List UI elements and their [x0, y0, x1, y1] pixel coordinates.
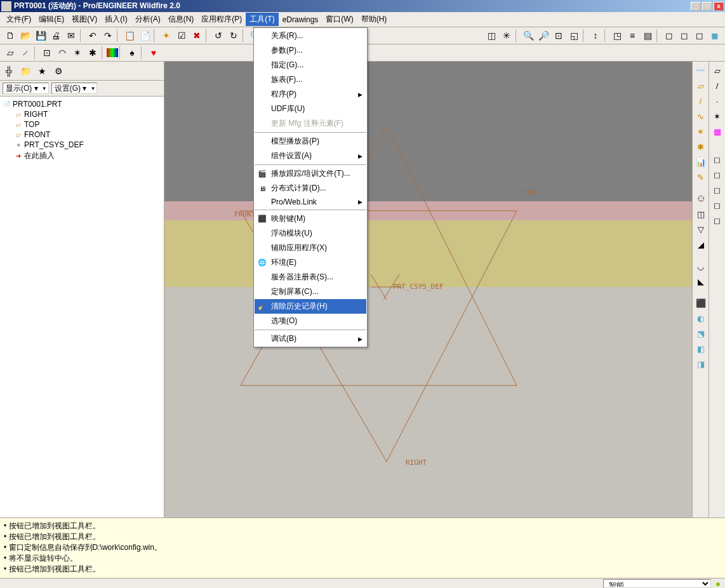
menu-item[interactable]: 程序(P)▶: [255, 87, 366, 102]
csys-feat-icon[interactable]: ✱: [693, 139, 708, 154]
menu-item[interactable]: 辅助应用程序(X): [255, 241, 366, 255]
menu-help[interactable]: 帮助(H): [357, 13, 391, 26]
regen-icon[interactable]: ✦: [159, 28, 174, 43]
extrude-icon[interactable]: ⬛: [693, 295, 708, 311]
wireframe-icon[interactable]: ◻: [662, 28, 677, 43]
draft-icon[interactable]: ◢: [693, 237, 708, 252]
spade-icon[interactable]: ♠: [124, 45, 140, 60]
tree-layers-icon[interactable]: 📁: [18, 63, 33, 79]
disp-pt-icon[interactable]: ·: [710, 93, 725, 109]
graphics-area[interactable]: FRONT TOP RIGHT PRT_CSYS_DEF: [164, 62, 692, 578]
hidden-icon[interactable]: ◻: [677, 28, 692, 43]
menu-item[interactable]: 指定(G)...: [255, 58, 366, 72]
tree-item[interactable]: ▱RIGHT: [14, 109, 161, 119]
menu-insert[interactable]: 插入(I): [101, 13, 131, 26]
menu-item[interactable]: 关系(R)...: [255, 29, 366, 43]
zoom-out-icon[interactable]: 🔎: [536, 28, 551, 43]
model-tree[interactable]: 📄PRT0001.PRT ▱RIGHT▱TOP▱FRONT✶PRT_CSYS_D…: [0, 97, 164, 578]
disp-plane-icon[interactable]: ▱: [710, 63, 725, 78]
mail-icon[interactable]: ✉: [63, 28, 79, 43]
datum-pt-icon[interactable]: ⊡: [39, 45, 55, 60]
tree-settings-icon[interactable]: ⚙: [51, 63, 66, 79]
tree-item[interactable]: ✶PRT_CSYS_DEF: [14, 140, 161, 150]
tree-item[interactable]: ▱FRONT: [14, 130, 161, 140]
menu-item[interactable]: ⬛映射键(M): [255, 211, 366, 226]
nohidden-icon[interactable]: ◻: [692, 28, 707, 43]
round-icon[interactable]: ◡: [693, 258, 708, 274]
axis-icon[interactable]: /: [693, 93, 708, 109]
tree-item[interactable]: ▱TOP: [14, 119, 161, 130]
rib-icon[interactable]: ▽: [693, 222, 708, 237]
copy-icon[interactable]: 📋: [122, 28, 137, 43]
menu-tools[interactable]: 工具(T): [246, 13, 278, 26]
menu-item[interactable]: 定制屏幕(C)...: [255, 284, 366, 299]
disp-dims-icon[interactable]: ◻: [710, 167, 725, 182]
disp-notes-icon[interactable]: ◻: [710, 152, 725, 167]
menu-item[interactable]: Pro/Web.Link▶: [255, 196, 366, 208]
menu-item[interactable]: 调试(B)▶: [255, 331, 366, 346]
undo2-icon[interactable]: ↺: [211, 28, 226, 43]
redo2-icon[interactable]: ↻: [226, 28, 241, 43]
close-button[interactable]: X: [714, 2, 724, 11]
csys-icon[interactable]: ✶: [70, 45, 85, 60]
annot-icon[interactable]: ✱: [85, 45, 100, 60]
analysis-icon[interactable]: 📊: [693, 154, 708, 170]
cancel-icon[interactable]: ✖: [189, 28, 204, 43]
spin-icon[interactable]: ✳: [499, 28, 514, 43]
point-icon[interactable]: ✶: [693, 124, 708, 139]
check-icon[interactable]: ☑: [174, 28, 189, 43]
menu-item[interactable]: 族表(F)...: [255, 72, 366, 87]
sketch-icon[interactable]: 〰: [693, 63, 708, 78]
menu-item[interactable]: 模型播放器(P): [255, 134, 366, 149]
tree-root[interactable]: 📄PRT0001.PRT: [3, 99, 161, 109]
blend-icon[interactable]: ◧: [693, 341, 708, 356]
print-icon[interactable]: 🖨: [48, 28, 63, 43]
disp-sym-icon[interactable]: ◻: [710, 213, 725, 228]
zoom-in-icon[interactable]: 🔍: [521, 28, 536, 43]
shell-icon[interactable]: ◫: [693, 206, 708, 222]
show-dropdown[interactable]: 显示(O) ▾: [3, 83, 49, 94]
menu-item[interactable]: 🖥分布式计算(D)...: [255, 181, 366, 196]
disp-surf-icon[interactable]: ◻: [710, 197, 725, 213]
view1-icon[interactable]: ◫: [484, 28, 499, 43]
hole-icon[interactable]: ⦵: [693, 191, 708, 206]
menu-app[interactable]: 应用程序(P): [197, 13, 246, 26]
settings-dropdown[interactable]: 设置(G) ▾: [51, 83, 98, 94]
datum-crv-icon[interactable]: ◠: [55, 45, 70, 60]
zoom-fit-icon[interactable]: ⊡: [551, 28, 566, 43]
datum-plane-icon[interactable]: ▱: [3, 45, 18, 60]
menu-item[interactable]: 🎬播放跟踪/培训文件(T)...: [255, 166, 366, 181]
menu-analysis[interactable]: 分析(A): [131, 13, 164, 26]
menu-edit[interactable]: 编辑(E): [35, 13, 68, 26]
menu-item[interactable]: 组件设置(A)▶: [255, 149, 366, 163]
menu-item[interactable]: 选项(O): [255, 314, 366, 328]
disp-axis-icon[interactable]: /: [710, 78, 725, 93]
disp-csys-icon[interactable]: ✶: [710, 109, 725, 124]
saved-view-icon[interactable]: ◳: [609, 28, 625, 43]
datum-axis-icon[interactable]: ⟋: [18, 45, 33, 60]
tree-item[interactable]: ➜在此插入: [14, 150, 161, 162]
maximize-button[interactable]: □: [702, 2, 712, 11]
menu-item[interactable]: 🌐环境(E): [255, 255, 366, 270]
revolve-icon[interactable]: ◐: [693, 311, 708, 326]
menu-item[interactable]: UDF库(U): [255, 102, 366, 116]
message-area[interactable]: 按钮已增加到视图工具栏。按钮已增加到视图工具栏。窗口定制信息自动保存到D:\wo…: [0, 518, 725, 578]
new-icon[interactable]: 🗋: [3, 28, 18, 43]
redo-icon[interactable]: ↷: [100, 28, 116, 43]
tree-struct-icon[interactable]: ╬: [1, 63, 17, 79]
menu-info[interactable]: 信息(N): [164, 13, 198, 26]
menu-window[interactable]: 窗口(W): [322, 13, 357, 26]
orient-icon[interactable]: ↕: [588, 28, 603, 43]
menu-item[interactable]: 服务器注册表(S)...: [255, 270, 366, 284]
boundary-icon[interactable]: ◨: [693, 356, 708, 371]
style-icon[interactable]: ✎: [693, 170, 708, 185]
view-mgr-icon[interactable]: ▤: [640, 28, 655, 43]
undo-icon[interactable]: ↶: [85, 28, 100, 43]
shaded-icon[interactable]: ◼: [707, 28, 722, 43]
disp-active-icon[interactable]: ▦: [710, 124, 725, 139]
save-icon[interactable]: 💾: [33, 28, 48, 43]
color-icon[interactable]: [107, 48, 118, 57]
layers-icon[interactable]: ≡: [625, 28, 640, 43]
menu-file[interactable]: 文件(F): [3, 13, 35, 26]
minimize-button[interactable]: _: [691, 2, 701, 11]
